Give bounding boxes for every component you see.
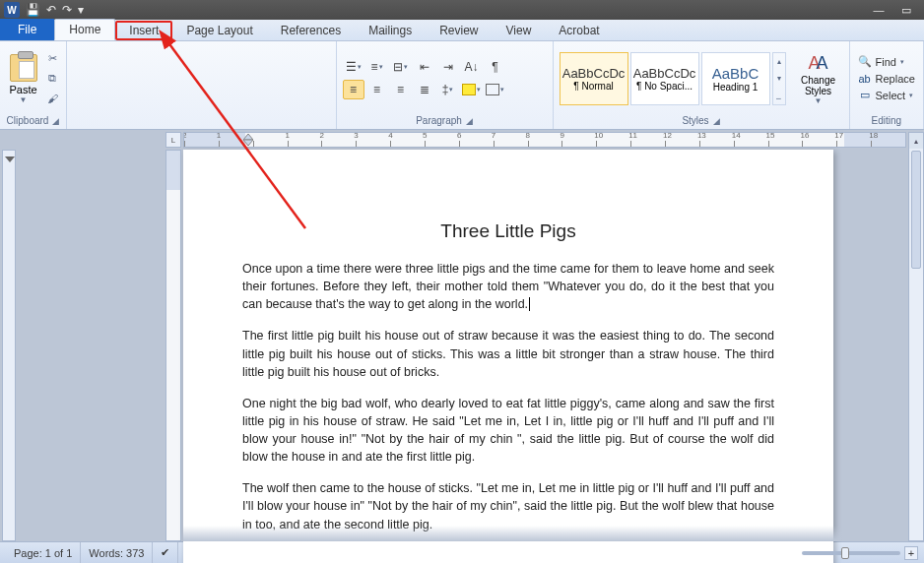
styles-scroll-up-icon[interactable]: ▴ bbox=[773, 53, 785, 70]
horizontal-ruler[interactable]: 21 12 345 678 91011 121314 151617 18 bbox=[183, 132, 906, 148]
text-cursor bbox=[529, 297, 530, 311]
tab-insert[interactable]: Insert bbox=[115, 21, 172, 40]
undo-icon[interactable]: ↶ bbox=[46, 3, 56, 17]
tab-review[interactable]: Review bbox=[426, 21, 492, 40]
copy-icon[interactable]: ⧉ bbox=[44, 71, 60, 87]
group-paragraph: ☰▾ ≡▾ ⊟▾ ⇤ ⇥ A↓ ¶ ≡ ≡ ≡ ≣ ‡▾ ▾ ▾ bbox=[337, 41, 554, 129]
shading-button[interactable]: ▾ bbox=[461, 80, 483, 99]
paste-icon bbox=[10, 54, 37, 82]
paragraph: One night the big bad wolf, who dearly l… bbox=[242, 395, 774, 467]
border-swatch-icon bbox=[486, 84, 499, 95]
styles-expand-icon[interactable]: ⎯ bbox=[773, 87, 785, 103]
zoom-slider-knob[interactable] bbox=[841, 547, 849, 559]
find-button[interactable]: 🔍Find▾ bbox=[858, 55, 915, 69]
paragraph: Once upon a time there were three little… bbox=[242, 260, 774, 313]
selection-bar bbox=[2, 150, 16, 541]
increase-indent-button[interactable]: ⇥ bbox=[437, 57, 459, 77]
window-restore-icon[interactable]: ▭ bbox=[892, 2, 920, 18]
window-minimize-icon[interactable]: — bbox=[865, 2, 892, 18]
tab-home[interactable]: Home bbox=[54, 19, 115, 40]
ribbon: Paste ▼ ✂ ⧉ 🖌 Clipboard◢ ☰▾ ≡▾ ⊟▾ ⇤ bbox=[0, 41, 924, 130]
group-styles-label: Styles◢ bbox=[554, 115, 849, 129]
ribbon-tabs: File Home Insert Page Layout References … bbox=[0, 20, 924, 41]
scroll-thumb[interactable] bbox=[911, 151, 921, 269]
tab-page-layout[interactable]: Page Layout bbox=[172, 21, 266, 40]
borders-button[interactable]: ▾ bbox=[485, 80, 506, 99]
proofing-icon: ✔ bbox=[161, 546, 169, 559]
justify-button[interactable]: ≣ bbox=[414, 80, 435, 99]
paragraph-dialog-launcher-icon[interactable]: ◢ bbox=[466, 116, 473, 126]
group-clipboard: Paste ▼ ✂ ⧉ 🖌 Clipboard◢ bbox=[0, 41, 67, 129]
group-editing-label: Editing bbox=[850, 115, 923, 129]
styles-scroll: ▴ ▾ ⎯ bbox=[772, 52, 786, 105]
show-hide-marks-button[interactable]: ¶ bbox=[485, 57, 506, 77]
status-proofing[interactable]: ✔ bbox=[153, 542, 178, 563]
tab-selector[interactable]: L bbox=[165, 132, 181, 148]
multilevel-list-button[interactable]: ⊟▾ bbox=[390, 57, 412, 77]
qat-customize-icon[interactable]: ▾ bbox=[78, 3, 84, 17]
group-styles: AaBbCcDc ¶ Normal AaBbCcDc ¶ No Spaci...… bbox=[554, 41, 850, 129]
tab-file[interactable]: File bbox=[0, 19, 54, 40]
fade-overlay bbox=[183, 526, 906, 541]
line-spacing-button[interactable]: ‡▾ bbox=[437, 80, 459, 99]
style-no-spacing[interactable]: AaBbCcDc ¶ No Spaci... bbox=[630, 52, 699, 105]
select-button[interactable]: ▭Select▾ bbox=[858, 89, 915, 102]
align-left-button[interactable]: ≡ bbox=[343, 80, 364, 99]
group-editing: 🔍Find▾ abReplace ▭Select▾ Editing bbox=[850, 41, 924, 129]
vertical-scrollbar[interactable]: ▴ bbox=[908, 132, 924, 541]
quick-access-toolbar: 💾 ↶ ↷ ▾ bbox=[26, 3, 84, 17]
sort-button[interactable]: A↓ bbox=[461, 57, 483, 77]
group-clipboard-label: Clipboard◢ bbox=[0, 115, 66, 129]
align-center-button[interactable]: ≡ bbox=[366, 80, 388, 99]
clipboard-dialog-launcher-icon[interactable]: ◢ bbox=[52, 116, 59, 126]
group-paragraph-label: Paragraph◢ bbox=[337, 115, 553, 129]
cut-icon[interactable]: ✂ bbox=[44, 51, 60, 67]
tab-mailings[interactable]: Mailings bbox=[355, 21, 426, 40]
styles-dialog-launcher-icon[interactable]: ◢ bbox=[713, 116, 720, 126]
zoom-slider[interactable] bbox=[802, 551, 900, 555]
change-styles-button[interactable]: AA Change Styles ▼ bbox=[794, 51, 843, 105]
save-icon[interactable]: 💾 bbox=[26, 3, 40, 17]
find-icon: 🔍 bbox=[858, 55, 872, 69]
decrease-indent-button[interactable]: ⇤ bbox=[414, 57, 435, 77]
document-title: Three Little Pigs bbox=[242, 220, 774, 242]
workspace: L 21 12 345 678 91011 121314 151617 18 T… bbox=[0, 130, 924, 541]
document-page[interactable]: Three Little Pigs Once upon a time there… bbox=[183, 150, 833, 563]
styles-gallery: AaBbCcDc ¶ Normal AaBbCcDc ¶ No Spaci...… bbox=[560, 52, 786, 105]
scroll-up-icon[interactable]: ▴ bbox=[909, 133, 923, 149]
status-words[interactable]: Words: 373 bbox=[81, 542, 153, 563]
redo-icon[interactable]: ↷ bbox=[62, 3, 72, 17]
align-right-button[interactable]: ≡ bbox=[390, 80, 412, 99]
word-app-icon: W bbox=[4, 2, 20, 18]
replace-icon: ab bbox=[858, 72, 872, 86]
status-page[interactable]: Page: 1 of 1 bbox=[6, 542, 81, 563]
tab-references[interactable]: References bbox=[267, 21, 355, 40]
vertical-ruler[interactable] bbox=[165, 150, 181, 541]
paste-dropdown-icon[interactable]: ▼ bbox=[20, 95, 28, 104]
bullets-button[interactable]: ☰▾ bbox=[343, 57, 364, 77]
replace-button[interactable]: abReplace bbox=[858, 72, 915, 86]
change-styles-icon: AA bbox=[805, 51, 832, 75]
paste-label: Paste bbox=[9, 84, 36, 95]
numbering-button[interactable]: ≡▾ bbox=[366, 57, 388, 77]
title-bar: W 💾 ↶ ↷ ▾ — ▭ bbox=[0, 0, 924, 20]
tab-view[interactable]: View bbox=[493, 21, 546, 40]
select-icon: ▭ bbox=[858, 89, 872, 102]
paragraph: The first little pig built his house out… bbox=[242, 327, 774, 380]
group-hidden-font bbox=[67, 41, 337, 129]
format-painter-icon[interactable]: 🖌 bbox=[44, 91, 60, 106]
change-styles-dropdown-icon: ▼ bbox=[815, 96, 823, 105]
paste-button[interactable]: Paste ▼ bbox=[6, 52, 40, 104]
style-heading-1[interactable]: AaBbC Heading 1 bbox=[701, 52, 770, 105]
shading-swatch-icon bbox=[462, 84, 476, 95]
styles-scroll-down-icon[interactable]: ▾ bbox=[773, 70, 785, 87]
zoom-in-button[interactable]: + bbox=[904, 546, 918, 560]
browse-object-icon[interactable] bbox=[5, 156, 15, 162]
svg-marker-0 bbox=[243, 134, 253, 140]
style-normal[interactable]: AaBbCcDc ¶ Normal bbox=[560, 52, 628, 105]
tab-acrobat[interactable]: Acrobat bbox=[545, 21, 613, 40]
